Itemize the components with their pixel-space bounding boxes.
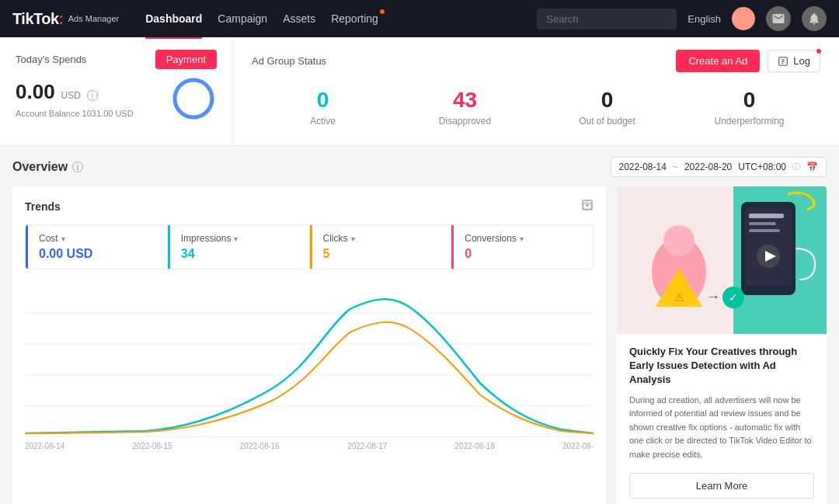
clicks-chevron-icon[interactable]: ▾ [351, 235, 355, 243]
ad-status-card: Ad Group Status Create an Ad Log 0 Activ… [233, 37, 839, 145]
chart-label-1: 2022-08-15 [132, 442, 172, 450]
metric-clicks: Clicks ▾ 5 [310, 225, 452, 269]
metric-disapproved-value: 43 [400, 88, 530, 113]
metric-underperforming: 0 Underperforming [678, 82, 820, 133]
trends-panel: Trends Cost ▾ 0.00 USD [12, 186, 606, 504]
ad-status-actions: Create an Ad Log [676, 50, 820, 72]
svg-text:⚠: ⚠ [674, 291, 684, 304]
metric-conversions-value: 0 [465, 247, 582, 261]
svg-point-23 [663, 225, 695, 256]
main-content: Today's Spends Payment 0.00 USD i Accoun… [0, 37, 839, 504]
metric-conversions: Conversions ▾ 0 [451, 225, 593, 269]
spends-amount: 0.00 [16, 80, 55, 104]
promo-title: Quickly Fix Your Creatives through Early… [629, 345, 814, 388]
svg-text:→: → [706, 289, 720, 304]
chart-label-0: 2022-08-14 [25, 442, 64, 450]
cost-chevron-icon[interactable]: ▾ [61, 235, 65, 243]
spends-title: Today's Spends [16, 54, 86, 65]
promo-text-content: Quickly Fix Your Creatives through Early… [617, 334, 827, 504]
info-icon-date[interactable]: ⓘ [792, 162, 800, 172]
notifications-icon[interactable] [802, 6, 827, 31]
date-end: 2022-08-20 [684, 162, 732, 172]
promo-description: During ad creation, all advertisers will… [629, 394, 814, 462]
metric-impressions-label: Impressions ▾ [181, 233, 298, 244]
metric-cost: Cost ▾ 0.00 USD [26, 225, 168, 269]
nav-items: Dashboard Campaign Assets Reporting [145, 9, 378, 28]
svg-point-1 [175, 80, 212, 117]
metric-clicks-value: 5 [323, 247, 440, 261]
chart-labels: 2022-08-14 2022-08-15 2022-08-16 2022-08… [25, 442, 594, 450]
payment-button[interactable]: Payment [155, 50, 217, 69]
metric-underperforming-value: 0 [684, 88, 814, 113]
create-ad-button[interactable]: Create an Ad [676, 50, 760, 72]
trends-chart [25, 282, 594, 437]
spends-currency: USD [61, 90, 81, 101]
brand-tiktok: TikTok: [12, 10, 64, 28]
metric-impressions-value: 34 [181, 247, 298, 261]
learn-more-button[interactable]: Learn More [629, 473, 814, 499]
metric-cost-value: 0.00 USD [39, 247, 156, 261]
content-area: Trends Cost ▾ 0.00 USD [12, 186, 827, 504]
metric-active-value: 0 [258, 88, 388, 113]
language-selector[interactable]: English [688, 13, 721, 25]
brand: TikTok: Ads Manager [12, 10, 119, 28]
trends-header: Trends [25, 199, 594, 214]
nav-assets[interactable]: Assets [283, 9, 315, 28]
metric-disapproved: 43 Disapproved [394, 82, 536, 133]
nav-campaign[interactable]: Campaign [218, 9, 267, 28]
metric-clicks-label: Clicks ▾ [323, 233, 440, 244]
log-notification-dot [816, 49, 821, 54]
metric-cost-label: Cost ▾ [39, 233, 156, 244]
ad-status-title: Ad Group Status [252, 55, 326, 67]
date-start: 2022-08-14 [619, 162, 667, 172]
date-range-picker[interactable]: 2022-08-14 ~ 2022-08-20 UTC+08:00 ⓘ 📅 [611, 157, 827, 177]
spends-circle-chart [170, 75, 217, 122]
navbar: TikTok: Ads Manager Dashboard Campaign A… [0, 0, 839, 37]
svg-rect-18 [749, 222, 776, 225]
timezone: UTC+08:00 [738, 162, 786, 172]
metric-active: 0 Active [252, 82, 394, 133]
overview-title: Overview i [12, 160, 83, 174]
search-input[interactable] [537, 9, 677, 30]
metric-underperforming-label: Underperforming [684, 116, 814, 127]
export-icon[interactable] [581, 199, 594, 214]
avatar[interactable] [732, 7, 755, 30]
nav-reporting[interactable]: Reporting [331, 9, 378, 28]
nav-dashboard[interactable]: Dashboard [145, 9, 202, 28]
metric-outofbudget: 0 Out of budget [536, 82, 678, 133]
log-button[interactable]: Log [768, 50, 820, 72]
trends-title: Trends [25, 200, 61, 213]
overview-section: Overview i 2022-08-14 ~ 2022-08-20 UTC+0… [0, 146, 839, 504]
overview-header: Overview i 2022-08-14 ~ 2022-08-20 UTC+0… [12, 157, 827, 177]
metrics-row: Cost ▾ 0.00 USD Impressions ▾ 34 [25, 224, 594, 269]
chart-label-2: 2022-08-16 [240, 442, 280, 450]
top-cards: Today's Spends Payment 0.00 USD i Accoun… [0, 37, 839, 146]
metric-disapproved-label: Disapproved [400, 116, 530, 127]
chart-label-5: 2022-08- [562, 442, 594, 450]
metric-outofbudget-value: 0 [542, 88, 672, 113]
impressions-chevron-icon[interactable]: ▾ [234, 235, 238, 243]
conversions-chevron-icon[interactable]: ▾ [520, 235, 524, 243]
date-sep: ~ [673, 162, 678, 172]
promo-card: ⚠ → ✓ Quickly Fix Your Creatives through… [617, 186, 827, 504]
sidebar-panel: ⚠ → ✓ Quickly Fix Your Creatives through… [617, 186, 827, 504]
spends-info-icon[interactable]: i [87, 90, 98, 101]
chart-label-3: 2022-08-17 [347, 442, 387, 450]
overview-info-icon[interactable]: i [72, 162, 83, 172]
account-balance: Account Balance 1031.00 USD [16, 109, 164, 118]
metric-impressions: Impressions ▾ 34 [168, 225, 310, 269]
metric-outofbudget-label: Out of budget [542, 116, 672, 127]
messages-icon[interactable] [766, 6, 791, 31]
metric-conversions-label: Conversions ▾ [465, 233, 582, 244]
promo-image: ⚠ → ✓ [617, 186, 827, 334]
nav-right: English [537, 6, 827, 31]
calendar-icon[interactable]: 📅 [806, 162, 818, 172]
reporting-dot [380, 9, 385, 14]
brand-sub: Ads Manager [68, 14, 119, 23]
svg-rect-17 [749, 214, 784, 218]
svg-rect-19 [749, 229, 780, 232]
spends-card: Today's Spends Payment 0.00 USD i Accoun… [0, 37, 233, 145]
chart-label-4: 2022-08-18 [455, 442, 495, 450]
log-label: Log [793, 55, 810, 67]
ad-status-metrics: 0 Active 43 Disapproved 0 Out of budget … [252, 82, 820, 133]
